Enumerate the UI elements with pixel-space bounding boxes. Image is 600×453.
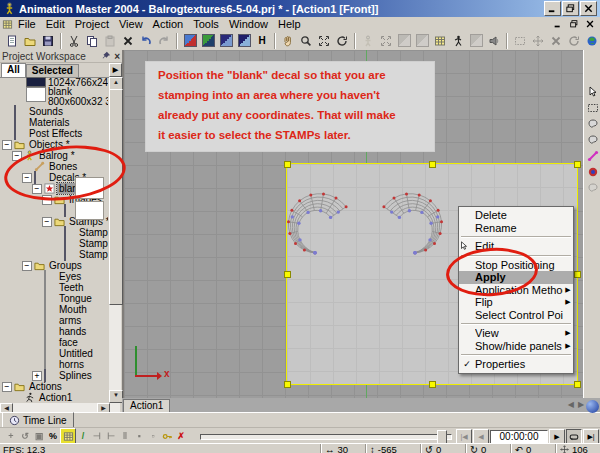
decal-handle[interactable]: [284, 381, 291, 388]
timeline-tl-next-key[interactable]: ⊢: [104, 429, 118, 443]
context-menu-properties[interactable]: ✓Properties: [459, 358, 573, 371]
context-menu-edit[interactable]: Edit: [459, 240, 573, 253]
toolbar-choreography-mode-button[interactable]: [467, 32, 485, 49]
expand-icon[interactable]: +: [32, 371, 42, 381]
timeline-tl-make-keyframe[interactable]: [160, 429, 174, 443]
menu-view[interactable]: View: [114, 18, 148, 31]
toolbar-dynamics-mode-button[interactable]: [413, 32, 431, 49]
toolbar-translate-manipulator[interactable]: [529, 32, 547, 49]
horn-mesh-left[interactable]: [282, 180, 358, 274]
tree-vertical-scrollbar[interactable]: ▲ ▼: [109, 77, 121, 403]
context-menu-stop-positioning[interactable]: Stop Positioning: [459, 259, 573, 272]
context-menu-select-control-points[interactable]: Select Control Points: [459, 309, 573, 322]
tool-group-lasso[interactable]: [585, 132, 600, 147]
toolbar-action-mode[interactable]: [449, 32, 467, 49]
tree-item-post-effects[interactable]: Post Effects: [0, 128, 108, 139]
toolbar-pan-tool[interactable]: [279, 32, 297, 49]
tree-item-action1[interactable]: Action1: [0, 392, 108, 403]
toolbar-undo[interactable]: [137, 32, 155, 49]
timeline-tl-prev-key[interactable]: ⊣: [90, 429, 104, 443]
toolbar-bound-zoom-tool[interactable]: [315, 32, 333, 49]
toolbar-turn-tool[interactable]: [333, 32, 351, 49]
context-menu-apply[interactable]: Apply: [459, 271, 573, 284]
toolbar-image-mode[interactable]: [431, 32, 449, 49]
menu-project[interactable]: Project: [70, 18, 114, 31]
child-restore-button[interactable]: [567, 19, 580, 30]
timeline-tl-frame-mode[interactable]: [60, 428, 76, 444]
collapse-icon[interactable]: −: [42, 195, 52, 205]
playback-go-to-end[interactable]: ▶|: [583, 429, 599, 444]
decal-handle[interactable]: [574, 271, 581, 278]
toolbar-zoom-tool[interactable]: [297, 32, 315, 49]
playback-go-to-start[interactable]: |◀: [456, 429, 472, 444]
toolbar-muscle-mode[interactable]: [377, 32, 395, 49]
toolbar-cut[interactable]: [65, 32, 83, 49]
toolbar-sound-mode[interactable]: [485, 32, 503, 49]
tree-item-teeth[interactable]: Teeth: [0, 282, 108, 293]
tree-item-balrog-[interactable]: −Balrog *: [0, 150, 108, 161]
tree-item-stamp1[interactable]: Stamp1: [0, 227, 108, 238]
playback-loop-toggle[interactable]: [566, 429, 582, 444]
decal-handle[interactable]: [429, 161, 436, 168]
timeline-tl-move[interactable]: +: [4, 429, 18, 443]
collapse-icon[interactable]: −: [2, 382, 12, 392]
timeline-tl-opt1[interactable]: ▪: [132, 429, 146, 443]
close-button[interactable]: [580, 1, 597, 16]
timeline-tl-scale[interactable]: ▣: [32, 429, 46, 443]
timeline-tl-rotate[interactable]: ↺: [18, 429, 32, 443]
collapse-icon[interactable]: −: [22, 173, 32, 183]
toolbar-mode-modeling-button[interactable]: [181, 32, 199, 49]
toolbar-group-select[interactable]: [511, 32, 529, 49]
collapse-icon[interactable]: −: [2, 140, 12, 150]
context-menu-view[interactable]: View▶: [459, 327, 573, 340]
timeline-tl-hold[interactable]: ‖: [118, 429, 132, 443]
tool-select-arrow[interactable]: [585, 84, 600, 99]
toolbar-copy[interactable]: [83, 32, 101, 49]
toolbar-mode-grooming-button[interactable]: [199, 32, 217, 49]
playback-previous-frame[interactable]: ◀: [473, 429, 489, 444]
context-menu-delete[interactable]: Delete: [459, 209, 573, 222]
child-close-button[interactable]: [583, 19, 596, 30]
tree-item-stamp3[interactable]: Stamp3: [0, 249, 108, 260]
menu-tools[interactable]: Tools: [188, 18, 224, 31]
minimize-button[interactable]: [544, 1, 561, 16]
decal-handle[interactable]: [429, 381, 436, 388]
tab-scroll-left-icon[interactable]: ◀: [568, 400, 574, 411]
tool-lasso-select[interactable]: [585, 116, 600, 131]
tree-item-untitled[interactable]: Untitled: [0, 348, 108, 359]
restore-button[interactable]: [562, 1, 579, 16]
toolbar-mode-skeletal-button[interactable]: [235, 32, 253, 49]
horn-mesh-right[interactable]: [372, 180, 448, 274]
timeline-tl-skate-key[interactable]: /: [76, 429, 90, 443]
decal-handle[interactable]: [284, 161, 291, 168]
tree-item-materials[interactable]: Materials: [0, 117, 108, 128]
timeline-slider[interactable]: [200, 434, 452, 440]
tool-hide-tool[interactable]: [585, 180, 600, 195]
tree-item-face[interactable]: face: [0, 337, 108, 348]
tool-eye-target[interactable]: [585, 164, 600, 179]
context-menu-show-hide-panels[interactable]: Show/hide panels▶: [459, 340, 573, 353]
decal-handle[interactable]: [574, 381, 581, 388]
toolbar-save-embed[interactable]: [39, 32, 57, 49]
timeline-tl-delete-keyframe[interactable]: ✗: [174, 429, 188, 443]
tree-row[interactable]: blank800x600x32 32 8: [0, 86, 108, 106]
tree-row[interactable]: 1024x766x24 19: [0, 77, 108, 86]
tree-item-hands[interactable]: hands: [0, 326, 108, 337]
menu-window[interactable]: Window: [224, 18, 273, 31]
collapse-icon[interactable]: −: [32, 184, 42, 194]
tree-item-objects-[interactable]: −Objects *: [0, 139, 108, 150]
toolbar-setup-mode-button[interactable]: [395, 32, 413, 49]
menu-file[interactable]: File: [13, 18, 41, 31]
tool-bone-tool[interactable]: [585, 148, 600, 163]
toolbar-mode-muscle-button[interactable]: [217, 32, 235, 49]
timeline-slider-thumb[interactable]: [437, 430, 447, 444]
tool-marquee-select[interactable]: [585, 100, 600, 115]
timeline-tl-percent[interactable]: %: [46, 429, 60, 443]
tab-scroll-right-icon[interactable]: ▶: [578, 400, 584, 411]
workspace-tab-selected[interactable]: Selected: [26, 64, 79, 77]
tree-item-sounds[interactable]: Sounds: [0, 106, 108, 117]
collapse-icon[interactable]: −: [12, 151, 22, 161]
workspace-tabs-scroll[interactable]: ▶: [109, 63, 122, 77]
tree-item-stamp2[interactable]: Stamp2: [0, 238, 108, 249]
context-menu-flip[interactable]: Flip▶: [459, 296, 573, 309]
